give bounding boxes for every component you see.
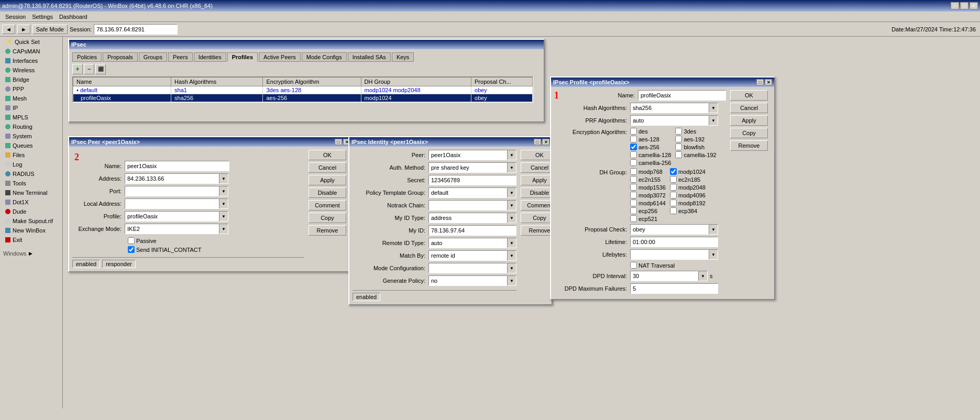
sidebar-item-radius[interactable]: RADIUS	[0, 169, 62, 179]
sidebar-item-routing[interactable]: Routing	[0, 122, 62, 131]
sidebar-item-files[interactable]: Files	[0, 150, 62, 160]
peer-disable-button[interactable]: Disable	[309, 187, 346, 198]
identity-secret-input[interactable]	[428, 175, 516, 185]
identity-my-id-type-dropdown[interactable]: ▼	[507, 213, 516, 223]
identity-remote-id-type-input[interactable]	[428, 238, 507, 248]
peer-profile-input[interactable]	[125, 211, 219, 222]
dh-ec2n185-checkbox[interactable]	[670, 176, 677, 183]
sidebar-item-tools[interactable]: Tools	[0, 179, 62, 188]
identity-maximize-button[interactable]: □	[534, 139, 541, 145]
sidebar-item-exit[interactable]: Exit	[0, 235, 62, 245]
sidebar-item-capsman[interactable]: CAPsMAN	[0, 47, 62, 56]
close-button[interactable]: ✕	[970, 2, 978, 9]
peer-cancel-button[interactable]: Cancel	[309, 162, 346, 173]
profile-lifebytes-dropdown[interactable]: ▼	[709, 249, 718, 260]
sidebar-item-new-terminal[interactable]: New Terminal	[0, 188, 62, 197]
tab-active-peers[interactable]: Active Peers	[259, 52, 301, 62]
peer-local-address-dropdown[interactable]: ▼	[219, 198, 228, 209]
enc-camellia256-checkbox[interactable]	[630, 159, 637, 166]
profile-proposal-check-dropdown[interactable]: ▼	[709, 224, 718, 235]
sidebar-item-ip[interactable]: IP	[0, 103, 62, 113]
safe-mode-button[interactable]: Safe Mode	[32, 25, 68, 34]
peer-port-input[interactable]	[125, 186, 219, 196]
profile-cancel-button[interactable]: Cancel	[730, 103, 768, 113]
enc-aes192-checkbox[interactable]	[675, 136, 682, 142]
sidebar-item-log[interactable]: Log	[0, 160, 62, 169]
forward-button[interactable]: ►	[17, 25, 30, 34]
col-proposal[interactable]: Proposal Ch...	[471, 78, 533, 86]
col-name[interactable]: Name	[73, 78, 171, 86]
tab-groups[interactable]: Groups	[139, 52, 167, 62]
sidebar-item-wireless[interactable]: Wireless	[0, 65, 62, 75]
identity-remote-id-type-dropdown[interactable]: ▼	[507, 238, 516, 248]
peer-passive-checkbox[interactable]	[128, 237, 135, 244]
profile-close-button[interactable]: ✕	[765, 79, 772, 85]
identity-peer-input[interactable]	[428, 150, 507, 160]
table-row[interactable]: • defaultsha13des aes-128modp1024 modp20…	[73, 86, 533, 94]
identity-match-by-dropdown[interactable]: ▼	[507, 250, 516, 261]
peer-ok-button[interactable]: OK	[309, 150, 346, 160]
tab-installed-sas[interactable]: Installed SAs	[348, 52, 391, 62]
dh-modp768-checkbox[interactable]	[630, 168, 637, 175]
peer-apply-button[interactable]: Apply	[309, 175, 346, 185]
identity-gen-policy-dropdown[interactable]: ▼	[507, 275, 516, 286]
profile-window-title[interactable]: IPsec Profile <profileOasix> □ ✕	[551, 78, 774, 87]
peer-profile-dropdown[interactable]: ▼	[219, 211, 228, 222]
tab-keys[interactable]: Keys	[392, 52, 414, 62]
tab-policies[interactable]: Policies	[72, 52, 102, 62]
sidebar-item-ppp[interactable]: PPP	[0, 84, 62, 94]
sidebar-item-queues[interactable]: Queues	[0, 141, 62, 150]
col-enc[interactable]: Encryption Algorithm	[263, 78, 361, 86]
sidebar-item-make-supout[interactable]: Make Supout.rif	[0, 216, 62, 226]
profile-lifetime-input[interactable]	[630, 237, 718, 247]
sidebar-item-interfaces[interactable]: Interfaces	[0, 56, 62, 65]
profile-nat-traversal-checkbox[interactable]	[630, 262, 637, 269]
identity-close-button[interactable]: ✕	[542, 139, 549, 145]
profile-ok-button[interactable]: OK	[730, 90, 768, 101]
back-button[interactable]: ◄	[2, 25, 15, 34]
identity-mode-config-input[interactable]	[428, 263, 507, 273]
peer-send-initial-checkbox[interactable]	[128, 246, 135, 253]
sidebar-item-dot1x[interactable]: Dot1X	[0, 197, 62, 207]
enc-3des-checkbox[interactable]	[675, 128, 682, 135]
sidebar-item-quickset[interactable]: ⚡ Quick Set	[0, 37, 62, 47]
dh-modp2048-checkbox[interactable]	[670, 184, 677, 191]
menu-session[interactable]: Session	[2, 13, 29, 21]
peer-address-input[interactable]	[125, 173, 219, 184]
tab-peers[interactable]: Peers	[168, 52, 193, 62]
dh-ecp521-checkbox[interactable]	[630, 215, 637, 222]
dh-ecp256-checkbox[interactable]	[630, 207, 637, 214]
identity-my-id-type-input[interactable]	[428, 213, 507, 223]
sidebar-item-bridge[interactable]: Bridge	[0, 75, 62, 84]
sidebar-item-mpls[interactable]: MPLS	[0, 113, 62, 122]
enc-camellia192-checkbox[interactable]	[675, 151, 682, 158]
dh-modp6144-checkbox[interactable]	[630, 200, 637, 206]
sidebar-item-dude[interactable]: Dude	[0, 207, 62, 216]
peer-maximize-button[interactable]: □	[335, 139, 342, 145]
identity-auth-method-input[interactable]	[428, 162, 507, 173]
profile-lifebytes-input[interactable]	[630, 249, 709, 260]
identity-window-title[interactable]: IPsec Identity <peer1Oasix> □ ✕	[349, 137, 552, 147]
identity-notrack-input[interactable]	[428, 200, 507, 211]
remove-button[interactable]: −	[84, 64, 94, 74]
menu-dashboard[interactable]: Dashboard	[56, 13, 91, 21]
profile-hash-algorithms-dropdown[interactable]: ▼	[709, 103, 718, 113]
tab-mode-configs[interactable]: Mode Configs	[302, 52, 347, 62]
profile-dpd-interval-input[interactable]	[630, 271, 698, 281]
add-button[interactable]: +	[72, 64, 83, 74]
enc-des-checkbox[interactable]	[630, 128, 637, 135]
peer-exchange-mode-input[interactable]	[125, 224, 219, 234]
profile-name-input[interactable]	[638, 90, 726, 101]
dh-modp1536-checkbox[interactable]	[630, 184, 637, 191]
dh-ecp384-checkbox[interactable]	[670, 207, 677, 214]
peer-window-title[interactable]: IPsec Peer <peer1Oasix> □ ✕	[69, 137, 353, 147]
dh-modp3072-checkbox[interactable]	[630, 192, 637, 198]
peer-remove-button[interactable]: Remove	[309, 225, 346, 236]
filter-button[interactable]: ⬛	[95, 64, 106, 74]
identity-peer-dropdown[interactable]: ▼	[507, 150, 516, 160]
profile-maximize-button[interactable]: □	[756, 79, 764, 85]
profile-copy-button[interactable]: Copy	[730, 128, 768, 138]
minimize-button[interactable]: −	[951, 2, 959, 9]
profile-apply-button[interactable]: Apply	[730, 115, 768, 126]
identity-gen-policy-input[interactable]	[428, 275, 507, 286]
